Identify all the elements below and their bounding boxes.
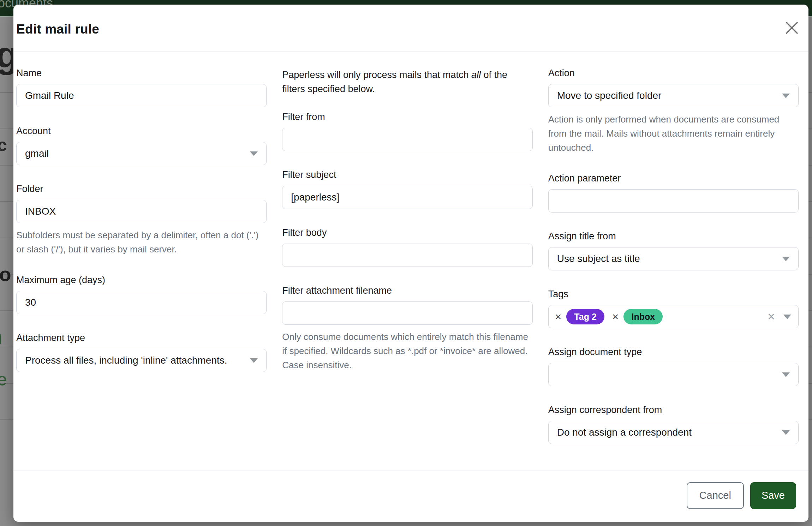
dialog-footer: Cancel Save [13, 471, 808, 522]
assign-correspondent-select[interactable]: Do not assign a correspondent [548, 421, 799, 444]
action-parameter-label: Action parameter [548, 172, 799, 184]
field-folder: Folder Subfolders must be separated by a… [16, 183, 267, 256]
field-action: Action Move to specified folder Action i… [548, 67, 799, 155]
edit-mail-rule-dialog: Edit mail rule Name Account gmail [13, 5, 808, 522]
tags-input[interactable]: ×Tag 2×Inbox × [548, 305, 799, 328]
filter-filename-input[interactable] [282, 301, 532, 325]
attachment-type-label: Attachment type [16, 332, 267, 344]
account-select[interactable]: gmail [16, 142, 267, 165]
field-filter-from: Filter from [282, 111, 532, 151]
chevron-down-icon [782, 257, 790, 261]
background-text-fragment: e [0, 369, 7, 390]
chevron-down-icon [782, 430, 790, 435]
background-text-fragment: lo [0, 263, 11, 286]
field-assign-correspondent: Assign correspondent from Do not assign … [548, 404, 799, 444]
assign-title-select-value: Use subject as title [557, 253, 640, 264]
attachment-type-select-value: Process all files, including 'inline' at… [25, 355, 227, 366]
assign-doc-type-select[interactable] [548, 363, 799, 386]
action-select-value: Move to specified folder [557, 90, 662, 101]
save-button[interactable]: Save [750, 482, 796, 509]
filter-from-label: Filter from [282, 111, 532, 123]
field-max-age: Maximum age (days) [16, 274, 267, 314]
chevron-down-icon[interactable] [783, 315, 791, 319]
chevron-down-icon [782, 94, 790, 98]
remove-tag-icon[interactable]: × [612, 311, 619, 322]
close-icon [784, 20, 800, 36]
action-label: Action [548, 67, 799, 79]
account-select-value: gmail [25, 148, 49, 159]
tags-label: Tags [548, 288, 799, 300]
tag-badge[interactable]: Tag 2 [566, 309, 604, 324]
field-filter-subject: Filter subject [282, 169, 532, 209]
filter-filename-label: Filter attachment filename [282, 285, 532, 297]
chevron-down-icon [250, 151, 258, 156]
chevron-down-icon [782, 372, 790, 377]
remove-tag-icon[interactable]: × [555, 311, 562, 322]
dialog-header: Edit mail rule [13, 5, 808, 52]
field-attachment-type: Attachment type Process all files, inclu… [16, 332, 267, 372]
filter-body-label: Filter body [282, 227, 532, 239]
column-general: Name Account gmail Folder Subfolders mus… [16, 67, 267, 462]
field-tags: Tags ×Tag 2×Inbox × [548, 288, 799, 328]
close-button[interactable] [784, 20, 800, 36]
tag-pair: ×Tag 2 [555, 309, 604, 324]
max-age-input[interactable] [16, 291, 267, 314]
action-hint: Action is only performed when documents … [548, 112, 799, 155]
attachment-type-select[interactable]: Process all files, including 'inline' at… [16, 349, 267, 372]
filters-intro-emphasis: all [471, 70, 481, 80]
tag-pair: ×Inbox [612, 309, 663, 324]
column-actions: Action Move to specified folder Action i… [548, 67, 799, 462]
field-name: Name [16, 67, 267, 107]
tags-list: ×Tag 2×Inbox [555, 309, 768, 324]
filters-intro-before: Paperless will only process mails that m… [282, 70, 471, 80]
column-filters: Paperless will only process mails that m… [282, 67, 532, 462]
tags-controls: × [768, 310, 791, 323]
background-text-fragment: u [0, 328, 2, 348]
cancel-button[interactable]: Cancel [687, 482, 744, 509]
account-label: Account [16, 125, 267, 137]
dialog-title: Edit mail rule [16, 22, 99, 37]
dialog-body: Name Account gmail Folder Subfolders mus… [13, 52, 808, 471]
filter-subject-input[interactable] [282, 186, 532, 209]
filter-from-input[interactable] [282, 128, 532, 151]
folder-hint: Subfolders must be separated by a delimi… [16, 228, 267, 256]
field-account: Account gmail [16, 125, 267, 165]
action-parameter-input[interactable] [548, 189, 799, 213]
assign-correspondent-label: Assign correspondent from [548, 404, 799, 416]
folder-label: Folder [16, 183, 267, 195]
field-assign-title: Assign title from Use subject as title [548, 230, 799, 270]
assign-correspondent-select-value: Do not assign a correspondent [557, 427, 692, 438]
clear-tags-icon[interactable]: × [768, 310, 775, 323]
filters-intro-text: Paperless will only process mails that m… [282, 67, 532, 96]
name-label: Name [16, 67, 267, 79]
tag-badge[interactable]: Inbox [623, 309, 663, 324]
filter-filename-hint: Only consume documents which entirely ma… [282, 330, 532, 372]
assign-doc-type-label: Assign document type [548, 346, 799, 358]
assign-title-select[interactable]: Use subject as title [548, 247, 799, 270]
max-age-label: Maximum age (days) [16, 274, 267, 286]
chevron-down-icon [250, 358, 258, 363]
name-input[interactable] [16, 84, 267, 107]
background-text-fragment: c [0, 135, 7, 155]
field-action-parameter: Action parameter [548, 172, 799, 213]
action-select[interactable]: Move to specified folder [548, 84, 799, 107]
filter-body-input[interactable] [282, 244, 532, 267]
folder-input[interactable] [16, 200, 267, 223]
field-filter-filename: Filter attachment filename Only consume … [282, 285, 532, 372]
assign-title-label: Assign title from [548, 230, 799, 242]
filter-subject-label: Filter subject [282, 169, 532, 181]
field-filter-body: Filter body [282, 227, 532, 267]
field-assign-doc-type: Assign document type [548, 346, 799, 386]
